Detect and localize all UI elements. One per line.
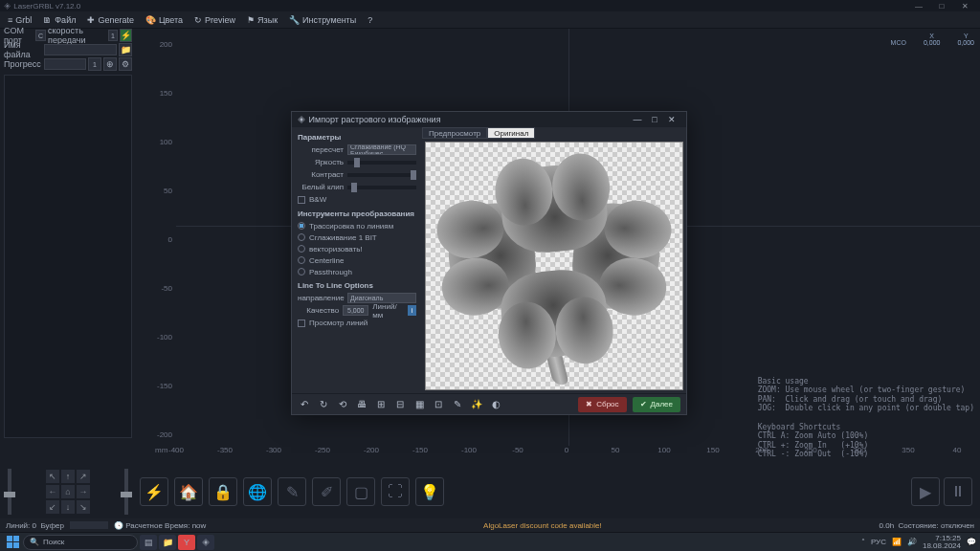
minimize-button[interactable]: — bbox=[907, 2, 930, 11]
dlg-tool-3[interactable]: 🖶 bbox=[355, 398, 368, 411]
radio-dither[interactable]: Сглаживание 1 BIT bbox=[298, 231, 416, 243]
dlg-tool-2[interactable]: ⟲ bbox=[336, 398, 349, 411]
menu-icon: 🔧 bbox=[289, 15, 300, 25]
title-bar: 🞛 LaserGRBL v7.12.0 — □ ✕ bbox=[0, 0, 980, 11]
step-slider[interactable] bbox=[124, 469, 128, 515]
contrast-slider[interactable] bbox=[347, 173, 416, 177]
menu-preview[interactable]: ↻Preview bbox=[189, 15, 241, 25]
yandex-taskbar-icon[interactable]: Y bbox=[178, 535, 195, 550]
jog-se[interactable]: ↘ bbox=[77, 500, 90, 514]
dlg-tool-1[interactable]: ↻ bbox=[317, 398, 330, 411]
action-button-2[interactable]: 🔒 bbox=[209, 477, 237, 506]
dialog-maximize[interactable]: □ bbox=[646, 115, 663, 124]
action-button-4[interactable]: ✎ bbox=[278, 477, 306, 506]
dialog-titlebar[interactable]: 🞛 Импорт растрового изображения — □ ✕ bbox=[292, 112, 686, 127]
explorer-taskbar-icon[interactable]: 📁 bbox=[159, 535, 176, 550]
maximize-button[interactable]: □ bbox=[930, 2, 953, 11]
dlg-tool-0[interactable]: ↶ bbox=[298, 398, 311, 411]
ruler-y-tick: 200 bbox=[160, 40, 172, 49]
whiteclip-slider[interactable] bbox=[347, 186, 416, 189]
dlg-tool-9[interactable]: ✨ bbox=[470, 398, 483, 411]
start-button[interactable] bbox=[4, 535, 21, 550]
ruler-y-tick: 100 bbox=[160, 138, 172, 146]
bw-checkbox[interactable]: B&W bbox=[298, 193, 416, 206]
promo-link[interactable]: AlgoLaser discount code available! bbox=[206, 521, 879, 530]
dialog-close[interactable]: ✕ bbox=[663, 115, 680, 124]
lasergrbl-taskbar-icon[interactable]: 🞛 bbox=[197, 535, 214, 550]
action-buttons: ⚡🏠🔒🌐✎✐▢⛶💡▶⏸ bbox=[132, 477, 980, 506]
jog-n[interactable]: ↑ bbox=[61, 470, 75, 483]
ruler-y-tick: -200 bbox=[157, 430, 172, 439]
open-file-button[interactable]: 📁 bbox=[119, 43, 132, 56]
dlg-tool-4[interactable]: ⊞ bbox=[374, 398, 388, 411]
brightness-slider[interactable] bbox=[347, 161, 416, 165]
bottom-control-strip: ↖↑↗ ←⌂→ ↙↓↘ ⚡🏠🔒🌐✎✐▢⛶💡▶⏸ bbox=[4, 465, 980, 518]
feed-slider[interactable] bbox=[8, 469, 11, 515]
target-button[interactable]: ⊕ bbox=[103, 57, 117, 71]
next-button[interactable]: ✔Далее bbox=[633, 397, 680, 412]
settings-button[interactable]: ⚙ bbox=[119, 57, 132, 71]
action-button-1[interactable]: 🏠 bbox=[174, 477, 203, 506]
baud-select[interactable]: 1 bbox=[108, 30, 118, 41]
menu-файл[interactable]: 🗎Файл bbox=[37, 15, 81, 25]
pause-button[interactable]: ⏸ bbox=[944, 477, 972, 506]
radio-centerline[interactable]: Centerline bbox=[298, 254, 416, 266]
app-icon: 🞛 bbox=[4, 2, 11, 11]
loop-count[interactable]: 1 bbox=[88, 57, 101, 71]
connect-button[interactable]: ⚡ bbox=[120, 29, 132, 42]
play-button[interactable]: ▶ bbox=[911, 477, 940, 506]
action-button-6[interactable]: ▢ bbox=[346, 477, 375, 506]
dlg-tool-6[interactable]: ▦ bbox=[412, 398, 426, 411]
jog-s[interactable]: ↓ bbox=[61, 500, 75, 514]
tray-chevron-icon[interactable]: ˄ bbox=[861, 538, 865, 546]
jog-e[interactable]: → bbox=[77, 485, 90, 498]
dlg-tool-10[interactable]: ◐ bbox=[489, 398, 502, 411]
menu-bar: ≡Grbl🗎Файл✚Generate🎨Цвета↻Preview⚑Язык🔧И… bbox=[0, 11, 980, 29]
jog-home[interactable]: ⌂ bbox=[61, 485, 75, 498]
dialog-minimize[interactable]: — bbox=[629, 115, 646, 124]
ruler-y-tick: 0 bbox=[168, 235, 172, 244]
lines-count: Линий: 0 bbox=[6, 521, 36, 530]
jog-nw[interactable]: ↖ bbox=[46, 470, 59, 483]
wifi-icon[interactable]: 📶 bbox=[892, 538, 902, 546]
action-button-8[interactable]: 💡 bbox=[415, 477, 444, 506]
tab-preview[interactable]: Предпросмотр bbox=[422, 127, 487, 139]
task-view-button[interactable]: ▤ bbox=[140, 535, 157, 550]
menu-generate[interactable]: ✚Generate bbox=[81, 15, 140, 25]
quality-input[interactable]: 5,000 bbox=[343, 305, 368, 316]
menu-цвета[interactable]: 🎨Цвета bbox=[140, 15, 189, 25]
dialog-title: Импорт растрового изображения bbox=[309, 115, 441, 124]
action-button-7[interactable]: ⛶ bbox=[381, 477, 410, 506]
tab-original[interactable]: Оригинал bbox=[487, 127, 535, 139]
menu-язык[interactable]: ⚑Язык bbox=[241, 15, 283, 25]
taskbar-search[interactable]: 🔍 Поиск bbox=[23, 535, 138, 550]
radio-line-trace[interactable]: Трассировка по линиям bbox=[298, 220, 416, 231]
ruler-x-tick: -300 bbox=[266, 446, 281, 454]
volume-icon[interactable]: 🔊 bbox=[907, 538, 917, 546]
quality-info-button[interactable]: i bbox=[408, 305, 416, 316]
radio-passthrough[interactable]: Passthrough bbox=[298, 266, 416, 277]
jog-sw[interactable]: ↙ bbox=[46, 500, 59, 514]
menu-icon: ⚑ bbox=[247, 15, 255, 25]
action-button-3[interactable]: 🌐 bbox=[243, 477, 272, 506]
jog-ne[interactable]: ↗ bbox=[77, 470, 90, 483]
action-button-0[interactable]: ⚡ bbox=[140, 477, 168, 506]
menu-grbl[interactable]: ≡Grbl bbox=[2, 15, 37, 25]
menu-инструменты[interactable]: 🔧Инструменты bbox=[283, 15, 362, 25]
dlg-tool-8[interactable]: ✎ bbox=[451, 398, 464, 411]
notifications-icon[interactable]: 💬 bbox=[967, 538, 976, 546]
system-tray[interactable]: ˄ РУС 📶 🔊 7:15:25 18.08.2024 💬 bbox=[861, 535, 976, 550]
resample-select[interactable]: Сглаживание (HQ Бикубичес bbox=[347, 144, 416, 155]
jog-w[interactable]: ← bbox=[46, 485, 59, 498]
tools-header: Инструменты преобразования bbox=[298, 209, 416, 218]
close-button[interactable]: ✕ bbox=[953, 2, 976, 11]
action-button-5[interactable]: ✐ bbox=[312, 477, 341, 506]
dlg-tool-5[interactable]: ⊟ bbox=[393, 398, 407, 411]
params-header: Параметры bbox=[298, 133, 416, 142]
tray-lang[interactable]: РУС bbox=[871, 538, 886, 546]
dlg-tool-7[interactable]: ⊡ bbox=[432, 398, 445, 411]
filename-field[interactable] bbox=[44, 44, 117, 55]
menu-help[interactable]: ? bbox=[362, 15, 378, 25]
radio-vectorize[interactable]: векторизовать! bbox=[298, 243, 416, 254]
reset-button[interactable]: ✖Сброс bbox=[578, 397, 626, 412]
